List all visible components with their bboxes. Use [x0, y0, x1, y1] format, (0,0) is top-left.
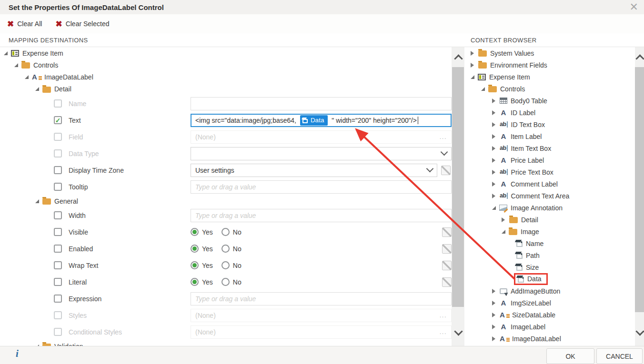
ctx-row-comment-text-area[interactable]: Comment Text Area [467, 190, 634, 202]
checkbox[interactable] [54, 261, 62, 269]
ctx-row-id-text-box[interactable]: ID Text Box [467, 118, 634, 130]
scroll-up-icon[interactable] [635, 54, 644, 63]
edit-button[interactable] [442, 277, 452, 287]
conditional-styles-picker[interactable]: (None) ... [191, 325, 452, 339]
ctx-row-image[interactable]: Image [467, 226, 634, 237]
expand-open-icon[interactable] [25, 75, 29, 79]
tree-row-general[interactable]: General [0, 195, 452, 207]
name-input[interactable] [191, 97, 452, 110]
edit-button[interactable] [442, 261, 452, 270]
expand-open-icon[interactable] [471, 75, 474, 79]
ctx-row-imgsizelabel[interactable]: ImgSizeLabel [467, 297, 634, 309]
ctx-row-addimagebutton[interactable]: AddImageButton [467, 285, 634, 297]
expand-closed-icon[interactable] [492, 336, 495, 341]
edit-button[interactable] [442, 244, 452, 254]
tooltip-input[interactable]: Type or drag a value [191, 180, 452, 194]
ctx-row-body0-table[interactable]: Body0 Table [467, 95, 634, 107]
edit-button[interactable] [442, 227, 452, 237]
ok-button[interactable]: OK [546, 348, 594, 364]
checkbox[interactable] [54, 99, 62, 108]
expand-open-icon[interactable] [492, 206, 496, 210]
field-picker[interactable]: (None) ... [191, 130, 452, 144]
ctx-row-item-label[interactable]: Item Label [467, 130, 634, 142]
ctx-row-price-text-box[interactable]: Price Text Box [467, 166, 634, 178]
ellipsis-button[interactable]: ... [440, 133, 447, 140]
ctx-row-image-annotation[interactable]: Image Annotation [467, 202, 634, 214]
expand-open-icon[interactable] [35, 199, 39, 203]
data-type-select[interactable] [191, 147, 452, 160]
ellipsis-button[interactable]: ... [440, 312, 447, 319]
expand-closed-icon[interactable] [471, 63, 474, 68]
scroll-down-icon[interactable] [635, 327, 644, 335]
radio-no[interactable] [221, 245, 230, 253]
checkbox[interactable] [54, 183, 62, 191]
tree-row-validation[interactable]: Validation [0, 340, 452, 346]
checkbox[interactable] [54, 245, 62, 253]
ctx-row-id-label[interactable]: ID Label [467, 107, 634, 118]
checkbox[interactable] [54, 278, 62, 286]
width-input[interactable]: Type or drag a value [191, 209, 452, 222]
edit-button[interactable] [441, 166, 451, 175]
expand-closed-icon[interactable] [492, 289, 495, 294]
tree-row-expense-item[interactable]: Expense Item [0, 47, 452, 59]
scroll-down-icon[interactable] [454, 327, 463, 335]
context-scrollbar[interactable] [635, 47, 644, 346]
expand-open-icon[interactable] [4, 51, 8, 55]
checkbox[interactable] [54, 295, 62, 303]
expand-closed-icon[interactable] [492, 325, 495, 329]
ctx-row-sizedatalable[interactable]: SizeDataLable [467, 309, 634, 321]
ctx-row-name[interactable]: Name [467, 237, 634, 249]
text-input[interactable]: <img src="data:image/jpg;base64, Data " … [191, 114, 452, 127]
radio-no[interactable] [221, 278, 230, 286]
expand-closed-icon[interactable] [471, 51, 474, 56]
expand-closed-icon[interactable] [492, 110, 495, 115]
expand-closed-icon[interactable] [492, 98, 495, 103]
expand-closed-icon[interactable] [492, 146, 495, 151]
expand-closed-icon[interactable] [502, 217, 505, 222]
checkbox[interactable] [54, 311, 62, 319]
ctx-row-comment-label[interactable]: Comment Label [467, 178, 634, 190]
checkbox-checked[interactable] [54, 116, 62, 124]
radio-no[interactable] [221, 261, 230, 269]
ctx-row-data[interactable]: Data [467, 273, 634, 285]
time-zone-select[interactable]: User settings [191, 164, 437, 177]
cancel-button[interactable]: CANCEL [596, 348, 643, 364]
checkbox[interactable] [54, 133, 62, 141]
ctx-row-item-text-box[interactable]: Item Text Box [467, 142, 634, 154]
clear-selected-button[interactable]: Clear Selected [55, 20, 109, 28]
expression-input[interactable]: Type or drag a value [191, 292, 452, 305]
expand-open-icon[interactable] [14, 63, 18, 67]
ctx-row-system-values[interactable]: System Values [467, 47, 634, 59]
scrollbar-thumb[interactable] [635, 67, 644, 312]
expand-closed-icon[interactable] [492, 158, 495, 163]
radio-yes-selected[interactable] [191, 245, 199, 253]
checkbox[interactable] [54, 166, 62, 174]
checkbox[interactable] [54, 211, 62, 219]
close-icon[interactable] [630, 1, 638, 13]
tree-row-imagedatalabel[interactable]: ImageDataLabel [0, 71, 452, 83]
ctx-row-size[interactable]: Size [467, 261, 634, 273]
expand-closed-icon[interactable] [492, 313, 495, 317]
expand-open-icon[interactable] [481, 87, 485, 91]
radio-yes-selected[interactable] [191, 278, 199, 286]
scroll-up-icon[interactable] [454, 54, 463, 63]
expand-open-icon[interactable] [502, 230, 505, 234]
clear-all-button[interactable]: Clear All [7, 20, 42, 28]
data-field-chip[interactable]: Data [300, 115, 328, 126]
ctx-row-imagelabel[interactable]: ImageLabel [467, 321, 634, 333]
expand-closed-icon[interactable] [492, 122, 495, 127]
ctx-row-detail[interactable]: Detail [467, 214, 634, 226]
checkbox[interactable] [54, 149, 62, 157]
expand-closed-icon[interactable] [492, 170, 495, 175]
radio-no[interactable] [221, 228, 230, 236]
expand-open-icon[interactable] [35, 87, 39, 91]
ellipsis-button[interactable]: ... [440, 328, 447, 335]
expand-closed-icon[interactable] [492, 134, 495, 139]
mapping-scrollbar[interactable] [452, 47, 464, 346]
radio-yes-selected[interactable] [191, 261, 199, 269]
radio-yes-selected[interactable] [191, 228, 199, 236]
ctx-row-price-label[interactable]: Price Label [467, 154, 634, 166]
ctx-row-controls[interactable]: Controls [467, 83, 634, 95]
ctx-row-environment-fields[interactable]: Environment Fields [467, 59, 634, 71]
scrollbar-thumb[interactable] [452, 67, 464, 307]
